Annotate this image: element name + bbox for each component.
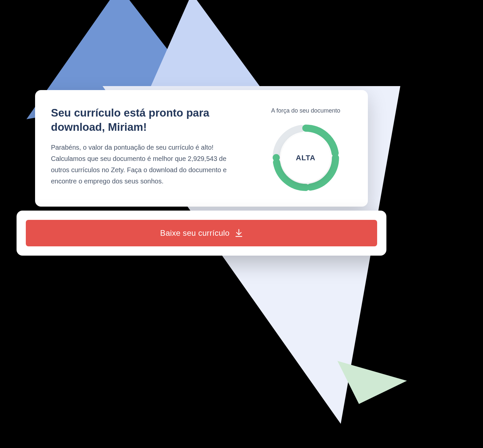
card-title: Seu currículo está pronto para download,… [51, 106, 236, 134]
download-button[interactable]: Baixe seu currículo [26, 220, 377, 246]
decor-triangle-green [337, 351, 414, 407]
gauge-caption: A força do seu documento [271, 107, 340, 114]
resume-ready-card: Seu currículo está pronto para download,… [35, 90, 368, 207]
download-bar: Baixe seu currículo [17, 211, 386, 256]
download-button-label: Baixe seu currículo [160, 228, 230, 238]
strength-gauge: ALTA [270, 122, 341, 193]
gauge-label: ALTA [296, 154, 315, 162]
card-body: Parabéns, o valor da pontuação de seu cu… [51, 142, 236, 187]
download-icon [235, 229, 243, 237]
svg-marker-3 [337, 361, 407, 404]
